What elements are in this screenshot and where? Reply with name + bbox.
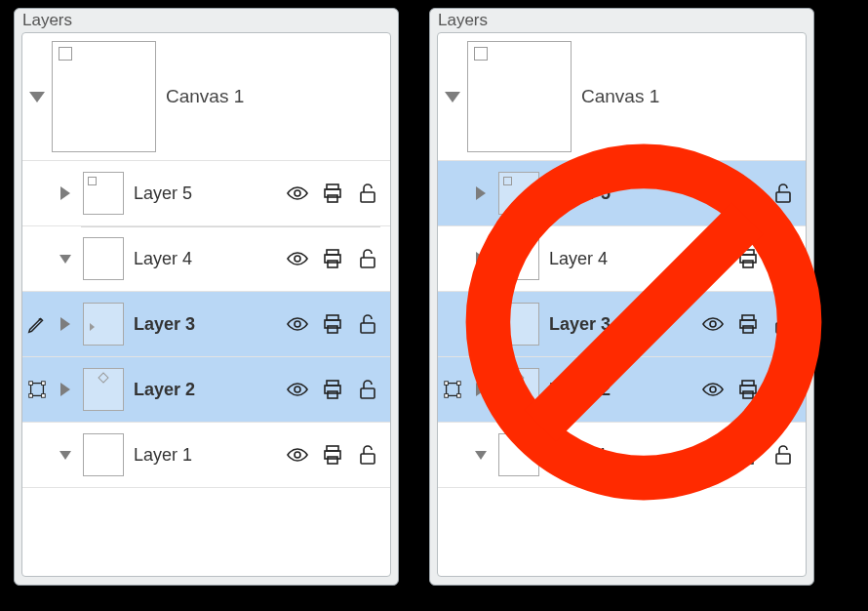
layer-name[interactable]: Layer 3 — [128, 314, 285, 335]
layer-expand-toggle[interactable] — [467, 451, 494, 460]
print-toggle[interactable] — [735, 181, 761, 206]
svg-point-50 — [710, 387, 716, 392]
printer-icon — [736, 247, 760, 270]
layer-row[interactable]: Layer 5 — [438, 161, 806, 226]
visibility-toggle[interactable] — [285, 377, 310, 402]
layer-thumbnail[interactable] — [498, 303, 539, 346]
layer-expand-toggle[interactable] — [467, 317, 494, 331]
print-toggle[interactable] — [320, 442, 345, 468]
visibility-toggle[interactable] — [285, 181, 310, 206]
visibility-toggle[interactable] — [285, 442, 310, 468]
print-toggle[interactable] — [735, 377, 761, 402]
layer-expand-toggle[interactable] — [467, 383, 494, 396]
unlock-icon — [771, 182, 795, 205]
layer-expand-toggle[interactable] — [52, 186, 79, 200]
lock-toggle[interactable] — [770, 442, 796, 468]
layer-thumbnail[interactable] — [83, 303, 124, 346]
layer-name[interactable]: Layer 1 — [543, 445, 700, 466]
unlock-icon — [771, 247, 795, 270]
svg-rect-23 — [328, 391, 337, 398]
layer-name[interactable]: Layer 3 — [543, 314, 700, 335]
layer-thumbnail[interactable] — [83, 433, 124, 476]
lock-toggle[interactable] — [770, 377, 796, 402]
svg-rect-13 — [328, 326, 337, 333]
layer-name[interactable]: Layer 1 — [128, 445, 285, 466]
layer-expand-toggle[interactable] — [52, 451, 79, 460]
layer-row[interactable]: Layer 3 — [438, 292, 806, 357]
lock-toggle[interactable] — [355, 311, 380, 337]
layer-thumbnail[interactable] — [498, 368, 539, 411]
print-toggle[interactable] — [735, 311, 761, 337]
layer-thumbnail[interactable] — [83, 172, 124, 215]
print-toggle[interactable] — [320, 246, 345, 271]
unlock-icon — [771, 312, 795, 336]
layer-row[interactable]: Layer 2 — [22, 357, 390, 423]
layer-name[interactable]: Layer 2 — [128, 380, 285, 400]
canvas-name[interactable]: Canvas 1 — [166, 86, 244, 107]
chevron-down-icon — [59, 451, 71, 460]
print-toggle[interactable] — [735, 246, 761, 271]
canvas-row[interactable]: Canvas 1 — [22, 33, 390, 161]
lock-toggle[interactable] — [770, 181, 796, 206]
svg-rect-19 — [42, 394, 46, 398]
print-toggle[interactable] — [320, 181, 345, 206]
svg-point-25 — [295, 452, 300, 458]
visibility-toggle[interactable] — [285, 246, 310, 271]
layer-expand-toggle[interactable] — [467, 186, 494, 200]
svg-rect-44 — [776, 323, 790, 333]
layer-thumbnail[interactable] — [83, 368, 124, 411]
canvas-name[interactable]: Canvas 1 — [581, 86, 659, 107]
lock-toggle[interactable] — [355, 442, 380, 468]
layer-thumbnail[interactable] — [498, 237, 539, 280]
eye-icon — [701, 312, 725, 336]
canvas-row[interactable]: Canvas 1 — [438, 33, 806, 161]
print-toggle[interactable] — [320, 377, 345, 402]
visibility-toggle[interactable] — [700, 311, 726, 337]
eye-icon — [286, 378, 309, 401]
lock-toggle[interactable] — [770, 246, 796, 271]
layer-expand-toggle[interactable] — [52, 383, 79, 396]
canvas-expand-toggle[interactable] — [26, 92, 48, 102]
visibility-toggle[interactable] — [700, 377, 726, 402]
layer-thumbnail[interactable] — [83, 237, 124, 280]
canvas-thumbnail[interactable] — [52, 41, 156, 152]
layer-thumbnail[interactable] — [498, 433, 539, 476]
layer-name[interactable]: Layer 5 — [128, 183, 285, 204]
unlock-icon — [771, 443, 795, 467]
svg-point-20 — [295, 387, 300, 392]
layer-row[interactable]: Layer 4 — [22, 226, 390, 292]
lock-toggle[interactable] — [355, 377, 380, 402]
layer-row[interactable]: Layer 1 — [438, 423, 806, 488]
layer-row[interactable]: Layer 4 — [438, 226, 806, 292]
visibility-toggle[interactable] — [700, 442, 726, 468]
canvas-expand-toggle[interactable] — [442, 92, 463, 102]
print-toggle[interactable] — [735, 442, 761, 468]
layer-name[interactable]: Layer 4 — [128, 249, 285, 269]
layer-expand-toggle[interactable] — [467, 252, 494, 265]
svg-rect-39 — [776, 258, 790, 267]
printer-icon — [736, 312, 760, 336]
svg-rect-16 — [29, 382, 33, 386]
visibility-toggle[interactable] — [700, 246, 726, 271]
layer-expand-toggle[interactable] — [52, 317, 79, 331]
visibility-toggle[interactable] — [285, 311, 310, 337]
eye-icon — [701, 182, 725, 205]
unlock-icon — [356, 443, 379, 467]
visibility-toggle[interactable] — [700, 181, 726, 206]
layer-row[interactable]: Layer 2 — [438, 357, 806, 423]
eye-icon — [286, 182, 309, 205]
layer-row[interactable]: Layer 5 — [22, 161, 390, 226]
lock-toggle[interactable] — [355, 246, 380, 271]
layer-expand-toggle[interactable] — [52, 255, 79, 264]
layer-thumbnail[interactable] — [498, 172, 539, 215]
layer-name[interactable]: Layer 5 — [543, 183, 700, 204]
layer-name[interactable]: Layer 4 — [543, 249, 700, 269]
layer-name[interactable]: Layer 2 — [543, 380, 700, 400]
print-toggle[interactable] — [320, 311, 345, 337]
layer-row[interactable]: Layer 1 — [22, 423, 390, 488]
lock-toggle[interactable] — [355, 181, 380, 206]
svg-rect-28 — [328, 457, 337, 464]
layer-row[interactable]: Layer 3 — [22, 292, 390, 357]
canvas-thumbnail[interactable] — [467, 41, 572, 152]
lock-toggle[interactable] — [770, 311, 796, 337]
